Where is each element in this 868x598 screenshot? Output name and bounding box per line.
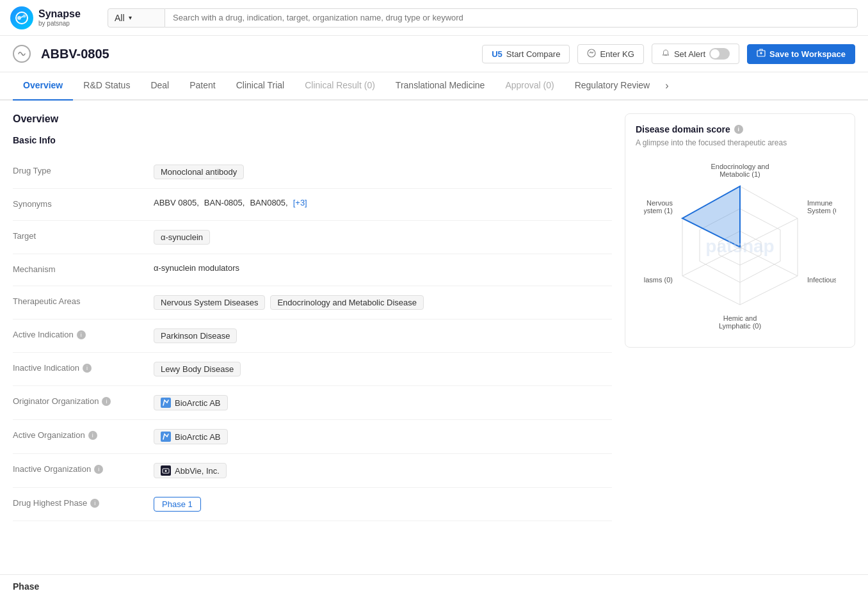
svg-point-10 [165, 470, 167, 472]
svg-line-3 [21, 17, 24, 17]
drug-type-tag: Monoclonal antibody [154, 165, 244, 179]
radar-svg: Endocrinology and Metabolic (1) Immune S… [644, 158, 836, 337]
tab-translational-medicine[interactable]: Translational Medicine [385, 72, 495, 101]
set-alert-label: Set Alert [674, 49, 705, 59]
therapeutic-areas-label: Therapeutic Areas [13, 295, 154, 306]
phase-badge: Phase 1 [154, 497, 201, 512]
kg-icon [587, 49, 596, 60]
drug-header: ABBV-0805 U5 Start Compare Enter KG Set … [0, 36, 868, 72]
disease-domain-info-icon[interactable]: i [734, 125, 743, 134]
synonyms-label: Synonyms [13, 198, 154, 209]
bioarctic-logo-2 [161, 432, 171, 442]
drug-highest-phase-value: Phase 1 [154, 497, 612, 512]
drug-highest-phase-info-icon[interactable]: i [90, 499, 99, 508]
svg-text:Hemic and: Hemic and [723, 314, 757, 322]
originator-org-value: BioArctic AB [154, 395, 612, 410]
logo-icon [10, 6, 33, 29]
search-bar: All ▾ [108, 8, 858, 28]
active-indication-tag: Parkinson Disease [154, 328, 237, 343]
tab-rd-status[interactable]: R&D Status [73, 72, 140, 101]
drug-name: ABBV-0805 [41, 47, 472, 61]
inactive-indication-row: Inactive Indication i Lewy Body Disease [13, 353, 612, 386]
inactive-org-info-icon[interactable]: i [94, 465, 103, 474]
originator-org-tag: BioArctic AB [154, 395, 228, 410]
start-compare-label: Start Compare [506, 49, 561, 59]
disease-domain-subtitle: A glimpse into the focused therapeutic a… [636, 138, 844, 147]
workspace-icon [757, 49, 766, 60]
main-content: Overview Basic Info Drug Type Monoclonal… [0, 101, 868, 534]
target-tag: α-synuclein [154, 230, 210, 245]
active-org-row: Active Organization i BioArctic AB [13, 420, 612, 454]
inactive-indication-label: Inactive Indication i [13, 362, 154, 373]
active-indication-info-icon[interactable]: i [77, 330, 86, 339]
abbvie-logo [161, 465, 171, 476]
logo-area[interactable]: Synapse by patsnap [10, 6, 100, 29]
svg-text:System (0): System (0) [807, 207, 836, 214]
toggle-knob [711, 49, 719, 58]
drug-type-row: Drug Type Monoclonal antibody [13, 156, 612, 189]
originator-org-info-icon[interactable]: i [102, 397, 111, 406]
inactive-org-label: Inactive Organization i [13, 463, 154, 474]
target-label: Target [13, 230, 154, 241]
svg-text:Lymphatic (0): Lymphatic (0) [719, 322, 761, 330]
active-indication-label: Active Indication i [13, 328, 154, 339]
therapeutic-areas-row: Therapeutic Areas Nervous System Disease… [13, 286, 612, 319]
enter-kg-label: Enter KG [600, 49, 634, 59]
disease-domain-panel: Disease domain score i A glimpse into th… [625, 113, 855, 348]
drug-highest-phase-label: Drug Highest Phase i [13, 497, 154, 508]
mechanism-value: α-synuclein modulators [154, 263, 612, 273]
search-input[interactable] [165, 8, 858, 28]
active-org-info-icon[interactable]: i [88, 431, 97, 440]
tab-regulatory-review[interactable]: Regulatory Review [565, 72, 661, 101]
alert-toggle[interactable] [709, 48, 730, 60]
originator-org-row: Originator Organization i BioArctic AB [13, 386, 612, 420]
tab-clinical-result[interactable]: Clinical Result (0) [294, 72, 385, 101]
target-row: Target α-synuclein [13, 221, 612, 254]
svg-text:Infectious (0): Infectious (0) [807, 276, 836, 284]
app-sub: by patsnap [38, 20, 81, 28]
active-org-value: BioArctic AB [154, 429, 612, 444]
tab-overview[interactable]: Overview [13, 72, 73, 101]
set-alert-button[interactable]: Set Alert [652, 44, 739, 64]
basic-info-title: Basic Info [13, 135, 612, 145]
radar-chart: Endocrinology and Metabolic (1) Immune S… [644, 158, 836, 337]
tab-clinical-trial[interactable]: Clinical Trial [226, 72, 294, 101]
compare-icon: U5 [492, 49, 502, 59]
active-indication-row: Active Indication i Parkinson Disease [13, 319, 612, 353]
mechanism-text: α-synuclein modulators [154, 263, 239, 273]
drug-type-value: Monoclonal antibody [154, 165, 612, 179]
overview-section-title: Overview [13, 113, 612, 125]
svg-text:Metabolic (1): Metabolic (1) [719, 170, 760, 178]
synonyms-more-link[interactable]: [+3] [293, 198, 307, 207]
drug-icon [13, 45, 31, 63]
svg-point-2 [23, 14, 26, 17]
bioarctic-logo [161, 398, 171, 408]
tab-deal[interactable]: Deal [140, 72, 179, 101]
top-navigation: Synapse by patsnap All ▾ [0, 0, 868, 36]
logo-text: Synapse by patsnap [38, 8, 81, 28]
enter-kg-button[interactable]: Enter KG [577, 44, 643, 64]
active-org-label: Active Organization i [13, 429, 154, 440]
drug-actions: U5 Start Compare Enter KG Set Alert Save… [482, 44, 855, 64]
start-compare-button[interactable]: U5 Start Compare [482, 45, 570, 63]
svg-text:Nervous: Nervous [647, 199, 673, 207]
tab-patent[interactable]: Patent [179, 72, 225, 101]
save-workspace-label: Save to Workspace [769, 49, 846, 59]
tabs-more-icon[interactable]: › [660, 72, 673, 99]
active-indication-value: Parkinson Disease [154, 328, 612, 343]
save-workspace-button[interactable]: Save to Workspace [747, 44, 855, 64]
search-category-label: All [115, 13, 125, 23]
tab-bar: Overview R&D Status Deal Patent Clinical… [0, 72, 868, 101]
svg-text:Endocrinology and: Endocrinology and [711, 163, 769, 170]
svg-text:patsnap: patsnap [705, 236, 774, 256]
alert-icon [661, 49, 670, 60]
tab-approval[interactable]: Approval (0) [495, 72, 564, 101]
mechanism-label: Mechanism [13, 263, 154, 274]
target-value: α-synuclein [154, 230, 612, 245]
svg-text:Neoplasms (0): Neoplasms (0) [644, 276, 673, 284]
inactive-indication-info-icon[interactable]: i [83, 364, 92, 373]
overview-content: Overview Basic Info Drug Type Monoclonal… [13, 113, 612, 521]
inactive-indication-value: Lewy Body Disease [154, 362, 612, 376]
search-category-dropdown[interactable]: All ▾ [108, 8, 165, 28]
synonyms-value: ABBV 0805, BAN-0805, BAN0805, [+3] [154, 198, 612, 207]
